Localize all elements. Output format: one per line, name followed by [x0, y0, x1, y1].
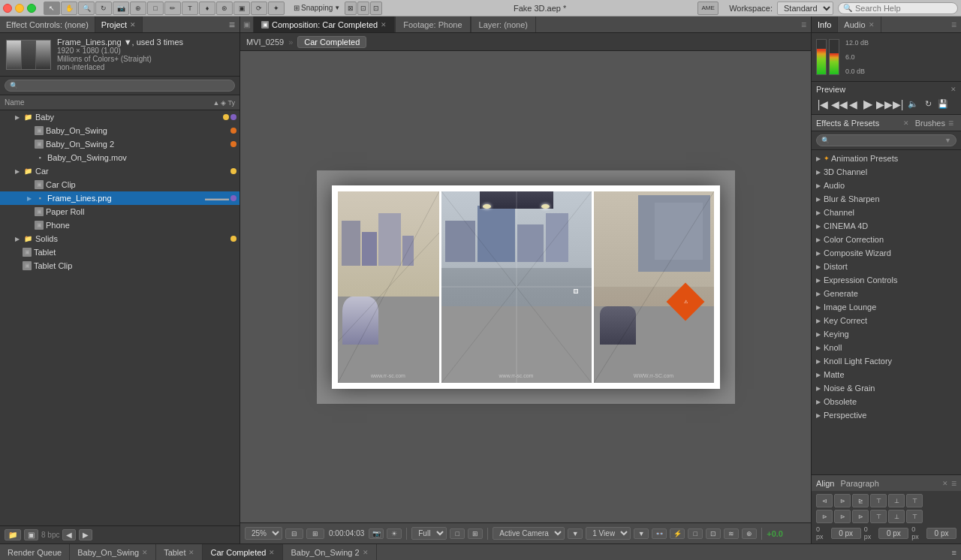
transparency[interactable]: □ [688, 528, 703, 539]
effect-item-keying[interactable]: ▶ Keying [812, 327, 961, 341]
tree-item-baby-swing-mov[interactable]: ▶ ▪ Baby_On_Swing.mov [0, 151, 239, 164]
tl-panel-menu[interactable]: ≡ [947, 548, 961, 557]
tl-tab-close-tablet[interactable]: ✕ [188, 549, 194, 556]
para-tab-label[interactable]: Paragraph [840, 479, 878, 488]
prev-last-btn[interactable]: ▶| [891, 98, 905, 110]
spacing-input-1[interactable] [831, 528, 861, 539]
align-menu-btn[interactable]: ≡ [951, 478, 956, 489]
motion-blur-preview[interactable]: ≋ [724, 528, 739, 539]
align-right-btn[interactable]: ⊵ [852, 494, 869, 507]
effect-item-animation-presets[interactable]: ▶ ✦ Animation Presets [812, 152, 961, 165]
brushes-tab[interactable]: Brushes [915, 119, 945, 128]
search-help-box[interactable]: 🔍 [838, 2, 958, 14]
pixel-aspect[interactable]: ⊡ [706, 528, 721, 539]
effect-item-matte[interactable]: ▶ Matte [812, 368, 961, 381]
pen-tool[interactable]: ✏ [164, 2, 181, 15]
effects-search-inner[interactable]: 🔍 ▼ [816, 134, 956, 146]
effect-item-generate[interactable]: ▶ Generate [812, 287, 961, 300]
effect-item-color-correction[interactable]: ▶ Color Correction [812, 233, 961, 246]
left-panel-menu[interactable]: ≡ [224, 19, 239, 31]
tree-arrow-car[interactable]: ▶ [15, 168, 23, 175]
maximize-button[interactable] [27, 4, 36, 13]
effect-item-distort[interactable]: ▶ Distort [812, 260, 961, 273]
next-btn-project[interactable]: ▶ [79, 529, 92, 540]
audio-tab[interactable]: Audio ✕ [838, 17, 881, 32]
search-help-input[interactable] [855, 4, 945, 13]
comp-tab-car-completed[interactable]: ▣ Composition: Car Completed ✕ [254, 17, 395, 32]
quality-select[interactable]: Full [411, 527, 447, 540]
prev-save-btn[interactable]: 💾 [936, 99, 950, 109]
effect-item-key-correct[interactable]: ▶ Key Correct [812, 314, 961, 327]
tree-item-frame-lines[interactable]: ▶ ▪ Frame_Lines.png ▬▬▬▬ [0, 191, 239, 205]
view-select[interactable]: 1 View [586, 527, 631, 540]
comp-tab-close-car[interactable]: ✕ [381, 21, 387, 29]
snap-toggle-3[interactable]: ⊡ [370, 2, 382, 15]
effect-item-blur[interactable]: ▶ Blur & Sharpen [812, 192, 961, 206]
sort-icon[interactable]: ▲ [213, 99, 220, 107]
prev-audio-btn[interactable]: 🔈 [906, 99, 920, 109]
effect-item-perspective[interactable]: ▶ Perspective [812, 408, 961, 422]
effect-item-3d-channel[interactable]: ▶ 3D Channel [812, 165, 961, 179]
aspect-btn[interactable]: ⊞ [306, 528, 324, 539]
tree-item-solids[interactable]: ▶ 📁 Solids [0, 232, 239, 245]
dist-top-btn[interactable]: ⊤ [870, 510, 887, 523]
tree-item-baby-on-swing-2[interactable]: ▶ ▣ Baby_On_Swing 2 [0, 137, 239, 151]
cam-options[interactable]: ▼ [568, 528, 583, 539]
align-bottom-btn[interactable]: ⊤ [906, 494, 923, 507]
hand-tool[interactable]: ✋ [61, 2, 77, 15]
spacing-input-2[interactable] [878, 528, 908, 539]
tree-item-tablet-clip[interactable]: ▶ ▣ Tablet Clip [0, 259, 239, 272]
align-hcenter-btn[interactable]: ⊳ [834, 494, 851, 507]
tl-tab-render-queue[interactable]: Render Queue [0, 544, 70, 560]
tree-item-paper-roll[interactable]: ▶ ▣ Paper Roll [0, 205, 239, 218]
right-panel-menu[interactable]: ≡ [947, 20, 961, 30]
prev-play-btn[interactable]: ▶ [861, 97, 875, 111]
tree-item-car-clip[interactable]: ▶ ▣ Car Clip [0, 178, 239, 191]
fit-btn[interactable]: ⊟ [285, 528, 303, 539]
tl-tab-close-baby-swing[interactable]: ✕ [142, 549, 148, 556]
effect-item-channel[interactable]: ▶ Channel [812, 206, 961, 219]
effect-item-composite-wizard[interactable]: ▶ Composite Wizard [812, 246, 961, 260]
prev-back-frame-btn[interactable]: ◀◀ [831, 98, 845, 110]
align-close-btn[interactable]: ✕ [942, 480, 948, 487]
project-search[interactable]: 🔍 [5, 80, 235, 92]
align-vcenter-btn[interactable]: ⊥ [888, 494, 905, 507]
effects-close-btn[interactable]: ✕ [903, 119, 909, 127]
pan-behind-tool[interactable]: ⊕ [130, 2, 146, 15]
clone-tool[interactable]: ⊛ [216, 2, 233, 15]
prev-first-btn[interactable]: |◀ [816, 98, 830, 110]
track-motion[interactable]: ⊕ [742, 528, 757, 539]
prev-fwd-btn[interactable]: ▶▶ [876, 98, 890, 110]
audio-tab-close[interactable]: ✕ [869, 21, 875, 29]
tl-tab-baby-swing-2[interactable]: Baby_On_Swing 2 ✕ [283, 544, 376, 560]
region-btn[interactable]: □ [450, 528, 465, 539]
effect-item-knoll[interactable]: ▶ Knoll [812, 341, 961, 354]
zoom-select[interactable]: 25% [245, 527, 282, 540]
effects-search-input[interactable] [833, 136, 941, 145]
new-comp-btn[interactable]: ▣ [24, 529, 38, 540]
dist-left-btn[interactable]: ⊳ [816, 510, 833, 523]
snapshot-btn[interactable]: 📷 [369, 528, 384, 539]
brush-tool[interactable]: ♦ [199, 2, 215, 15]
effects-search-chevron[interactable]: ▼ [944, 137, 951, 144]
minimize-button[interactable] [15, 4, 24, 13]
3d-glasses[interactable]: 👓 [652, 528, 667, 539]
align-top-btn[interactable]: ⊤ [870, 494, 887, 507]
tree-item-car[interactable]: ▶ 📁 Car [0, 164, 239, 178]
preview-close-btn[interactable]: ✕ [950, 86, 956, 93]
type-tool[interactable]: T [182, 2, 198, 15]
project-tab-close[interactable]: ✕ [130, 21, 136, 29]
grid-btn[interactable]: ⊞ [468, 528, 483, 539]
snap-toggle-1[interactable]: ⊠ [345, 2, 357, 15]
puppet-tool[interactable]: ✦ [268, 2, 285, 15]
eraser-tool[interactable]: ▣ [233, 2, 250, 15]
tl-tab-close-baby-swing-2[interactable]: ✕ [363, 549, 369, 556]
rotation-tool[interactable]: ↻ [95, 2, 112, 15]
info-tab[interactable]: Info [812, 17, 838, 32]
effect-item-obsolete[interactable]: ▶ Obsolete [812, 395, 961, 408]
close-button[interactable] [3, 4, 12, 13]
snap-toggle-2[interactable]: ⊡ [357, 2, 369, 15]
exposure-btn[interactable]: ☀ [387, 528, 402, 539]
comp-tab-footage[interactable]: Footage: Phone [396, 17, 470, 32]
camera-select[interactable]: Active Camera [493, 527, 565, 540]
